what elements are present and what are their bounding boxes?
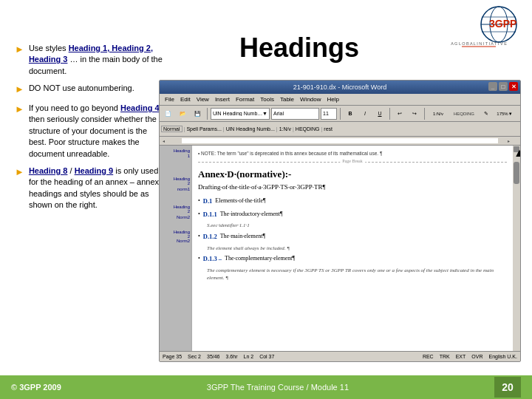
toolbar-btn-italic[interactable]: I [358, 107, 372, 120]
heading-d11-para: S.eec·identifier·1.1·1 [207, 222, 507, 230]
font-dropdown[interactable]: Arial [271, 108, 319, 120]
word-page: • NOTE: The term "use" is deprecated in … [192, 146, 513, 351]
heading-d12-para: The element shall always be included. ¶ [207, 245, 507, 253]
heading-d12-text: The·main·element¶ [220, 232, 265, 241]
footer-slide-number: 20 [494, 377, 521, 398]
toolbar2-spell[interactable]: Spell Params... [186, 126, 221, 132]
ruler-right: ▸ [508, 138, 510, 143]
status-rec: REC [423, 354, 434, 359]
status-ext: EXT [456, 354, 466, 359]
heading-d1-label: D.1 [203, 197, 213, 206]
side-label-heading1a: Heading1 [160, 149, 192, 159]
status-lang: English U.K. [488, 354, 517, 359]
toolbar-sep-3 [389, 108, 390, 120]
ruler-white-area [182, 138, 498, 143]
toolbar2-sep: | [184, 126, 185, 132]
status-page: Page 35 [163, 354, 182, 359]
heading-d11-text: The·introductory·element¶ [220, 210, 283, 219]
side-label-heading2c: Heading2 [160, 230, 192, 239]
menu-help[interactable]: Help [324, 96, 342, 103]
slide: 3GPP A G L O B A L I N I T I A T I V E H… [0, 0, 532, 399]
svg-text:3GPP: 3GPP [489, 18, 516, 30]
word-title-text: 21-901-910.dx - Microsoft Word [163, 83, 517, 91]
heading-d1-text: Elements·of·the·title¶ [215, 197, 265, 205]
size-value: 11 [323, 111, 329, 116]
toolbar-btn-undo[interactable]: ↩ [393, 107, 406, 120]
heading-d1: • D.1 Elements·of·the·title¶ [198, 196, 507, 208]
toolbar2-normal[interactable]: Normal [161, 126, 183, 132]
bullet-text-1: Use styles Heading 1, Heading 2, Heading… [29, 43, 166, 77]
toolbar2-uln[interactable]: UlN Heading Numb... [226, 126, 275, 132]
heading-d13-bullet: • [198, 254, 200, 263]
annex-subheading: Drafting·of·the·title·of·a·3GPP·TS·or·3G… [198, 183, 507, 193]
minimize-button[interactable]: _ [488, 82, 497, 91]
toolbar2-heqding: HEQDING [296, 126, 320, 132]
word-document: 21-901-910.dx - Microsoft Word _ □ ✕ Fil… [159, 80, 521, 362]
menu-view[interactable]: View [194, 96, 212, 103]
heading-d11-bullet: • [198, 210, 200, 219]
toolbar2-sep4: | [293, 126, 294, 132]
bullet-text-4: Heading 8 / Heading 9 is only used for t… [29, 166, 166, 211]
footer-copyright: © 3GPP 2009 [11, 383, 61, 392]
page-break: Page Break [198, 162, 507, 163]
maximize-button[interactable]: □ [499, 82, 508, 91]
close-button[interactable]: ✕ [509, 82, 518, 91]
toolbar-btn-new[interactable]: 📄 [161, 107, 174, 120]
bullet-text-3: If you need to go beyond Heading 4 then … [29, 103, 166, 160]
style-dropdown[interactable]: UlN Heading Numb… ▼ [211, 108, 270, 120]
style-value: UlN Heading Numb… [213, 111, 262, 116]
menu-edit[interactable]: Edit [177, 96, 194, 103]
word-toolbar-1: 📄 📂 💾 UlN Heading Numb… ▼ Arial 11 B I U [160, 106, 520, 122]
word-scrollbar[interactable]: ▲ [513, 146, 520, 351]
side-label-norm2: Norm2 [160, 215, 192, 219]
menu-table[interactable]: Table [277, 96, 297, 103]
toolbar-btn-heading: HEQDING [450, 107, 478, 120]
status-ln: Ln 2 [244, 354, 254, 359]
word-titlebar: 21-901-910.dx - Microsoft Word _ □ ✕ [160, 81, 520, 94]
heading-d11-label: D.1.1 [203, 210, 217, 219]
toolbar-btn-zoom[interactable]: 175%▼ [494, 107, 515, 120]
svg-text:A  G L O B A L  I N I T I A T : A G L O B A L I N I T I A T I V E [451, 41, 507, 46]
ruler-left: ◂ [163, 138, 165, 143]
logo-3gpp: 3GPP A G L O B A L I N I T I A T I V E [451, 4, 525, 52]
side-labels: Heading1 Heading2 norm1 Heading2 Norm2 H… [160, 146, 192, 351]
style-dropdown-arrow: ▼ [262, 111, 267, 116]
heading4-highlight: Heading 4 [120, 103, 160, 112]
size-dropdown[interactable]: 11 [321, 108, 337, 120]
note-label: • [198, 151, 200, 156]
bullet-item-4: ► Heading 8 / Heading 9 is only used for… [15, 166, 166, 211]
heading-d13-label: D.1.3 – [203, 254, 222, 264]
scrollbar-up-arrow[interactable]: ▲ [514, 146, 519, 152]
scrollbar-thumb[interactable] [514, 162, 519, 184]
toolbar-btn-extra1[interactable]: ✎ [480, 107, 493, 120]
status-ovr: OVR [471, 354, 482, 359]
status-at: 3.6hr [226, 354, 238, 359]
bullet-item-1: ► Use styles Heading 1, Heading 2, Headi… [15, 43, 166, 77]
toolbar-btn-redo[interactable]: ↪ [408, 107, 421, 120]
word-statusbar: Page 35 Sec 2 35/46 3.6hr Ln 2 Col 37 RE… [160, 351, 520, 361]
toolbar2-rest[interactable]: rest [324, 126, 332, 132]
bullets-container: ► Use styles Heading 1, Heading 2, Headi… [15, 43, 166, 217]
toolbar2-sep2: | [223, 126, 225, 132]
menu-format[interactable]: Format [233, 96, 257, 103]
toolbar-btn-underline[interactable]: U [373, 107, 386, 120]
heading-d13-text: The·complementary·element¶ [225, 254, 295, 263]
status-sec: Sec 2 [188, 354, 201, 359]
toolbar-btn-open[interactable]: 📂 [176, 107, 189, 120]
menu-window[interactable]: Window [297, 96, 324, 103]
toolbar-btn-1n75: 1:N/v [428, 107, 449, 120]
heading-d13-para: The complementary element is necessary i… [207, 267, 507, 282]
bullet-arrow-3: ► [15, 103, 24, 117]
menu-tools[interactable]: Tools [257, 96, 277, 103]
word-window-buttons: _ □ ✕ [488, 82, 518, 91]
status-col: Col 37 [259, 354, 274, 359]
word-menubar: File Edit View Insert Format Tools Table… [160, 94, 520, 106]
bullet-text-2: DO NOT use autonumbering. [29, 83, 134, 94]
menu-insert[interactable]: Insert [212, 96, 233, 103]
font-value: Arial [273, 111, 284, 116]
footer-bar: © 3GPP 2009 3GPP The Training Course / M… [0, 375, 532, 399]
toolbar-btn-bold[interactable]: B [344, 107, 357, 120]
toolbar-btn-save[interactable]: 💾 [191, 107, 204, 120]
menu-file[interactable]: File [162, 96, 177, 103]
status-pages: 35/46 [207, 354, 220, 359]
